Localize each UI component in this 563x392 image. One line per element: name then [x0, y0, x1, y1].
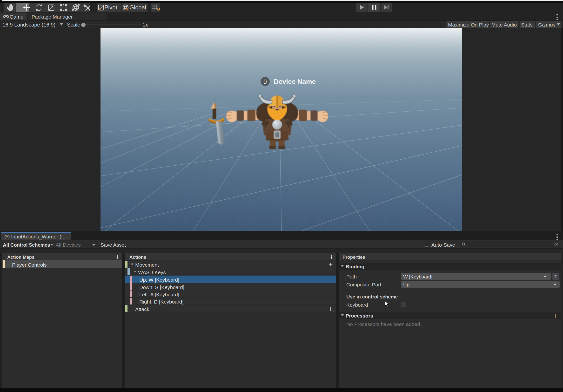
svg-text:0: 0: [263, 78, 267, 85]
svg-text:Device Name: Device Name: [274, 78, 316, 85]
